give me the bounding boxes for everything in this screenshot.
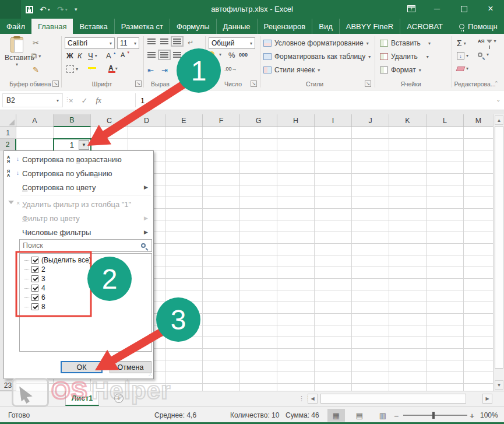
- align-center-button[interactable]: [160, 52, 168, 58]
- tab-abbyy[interactable]: ABBYY FineR: [339, 19, 400, 34]
- filter-search-input[interactable]: [20, 241, 141, 250]
- font-color-button[interactable]: А▾: [108, 64, 118, 72]
- tab-helper[interactable]: Помощн: [453, 19, 504, 34]
- align-left-button[interactable]: [147, 52, 156, 58]
- conditional-formatting-button[interactable]: Условное форматирование▾: [263, 39, 369, 47]
- zoom-in-button[interactable]: +: [470, 411, 474, 421]
- comma-style-button[interactable]: 000: [239, 52, 248, 58]
- menu-sort-descending[interactable]: ЯА↓ Сортировка по убыванию: [5, 166, 153, 180]
- scroll-right-icon[interactable]: ▶: [482, 394, 492, 404]
- number-dialog-launcher[interactable]: ↘: [251, 80, 257, 87]
- filter-value-row[interactable]: (Выделить все): [20, 255, 151, 265]
- autosum-button[interactable]: Σ▾: [457, 38, 466, 48]
- filter-value-row[interactable]: 4: [20, 283, 151, 293]
- menu-number-filters[interactable]: Числовые фильтры ▶: [5, 225, 153, 239]
- paste-button[interactable]: Вставить ▾: [5, 36, 29, 78]
- insert-cells-button[interactable]: Вставить▾: [380, 39, 431, 47]
- format-cells-button[interactable]: Формат▾: [380, 66, 421, 74]
- page-break-view-button[interactable]: ▥: [374, 409, 392, 422]
- insert-function-button[interactable]: fx: [96, 96, 101, 105]
- column-header[interactable]: M: [464, 114, 493, 127]
- column-header[interactable]: L: [427, 114, 464, 127]
- decrease-indent-button[interactable]: ⇤: [147, 66, 154, 75]
- ribbon-display-options-button[interactable]: [400, 0, 423, 17]
- cancel-entry-icon[interactable]: ×: [69, 96, 73, 105]
- row-header-1[interactable]: 1: [0, 127, 16, 139]
- autofilter-dropdown-button[interactable]: ▼: [79, 140, 89, 150]
- maximize-button[interactable]: [452, 0, 475, 17]
- shrink-font-button[interactable]: А▼: [121, 51, 130, 58]
- column-header[interactable]: J: [352, 114, 389, 127]
- vertical-scrollbar[interactable]: ▲ ▼: [493, 114, 504, 391]
- checkbox-checked-icon[interactable]: [31, 294, 38, 301]
- collapse-ribbon-button[interactable]: ⌃: [494, 80, 499, 86]
- scroll-left-icon[interactable]: ◀: [308, 394, 318, 404]
- sort-filter-button[interactable]: АЯ▾: [478, 38, 496, 44]
- menu-clear-filter[interactable]: Удалить фильтр из столбца "1": [5, 197, 153, 211]
- italic-button[interactable]: К: [77, 51, 82, 60]
- select-all-corner[interactable]: [0, 114, 16, 127]
- copy-button[interactable]: ⧉▾: [31, 51, 41, 61]
- row-header-2[interactable]: 2: [0, 139, 16, 150]
- align-top-button[interactable]: [147, 38, 156, 44]
- column-header[interactable]: E: [165, 114, 203, 127]
- tab-acrobat[interactable]: ACROBAT: [400, 19, 449, 34]
- decrease-decimal-button[interactable]: .00→: [224, 66, 237, 72]
- font-size-combo[interactable]: 11▾: [117, 37, 139, 49]
- wrap-text-button[interactable]: ↵: [188, 38, 193, 47]
- scroll-up-icon[interactable]: ▲: [495, 115, 503, 125]
- minimize-button[interactable]: ─: [425, 0, 449, 17]
- tab-view[interactable]: Вид: [312, 19, 339, 34]
- vertical-scroll-thumb[interactable]: [495, 126, 503, 369]
- checkbox-checked-icon[interactable]: [31, 275, 38, 282]
- filter-value-row[interactable]: 2: [20, 265, 151, 274]
- cell-styles-button[interactable]: Стили ячеек▾: [263, 66, 320, 74]
- formula-bar-input[interactable]: 1: [135, 93, 485, 107]
- cancel-button[interactable]: Отмена: [110, 361, 151, 373]
- column-header[interactable]: K: [389, 114, 427, 127]
- tab-page-layout[interactable]: Разметка ст: [114, 19, 170, 34]
- styles-dialog-launcher[interactable]: ↘: [365, 80, 371, 87]
- zoom-level[interactable]: 100%: [480, 411, 498, 419]
- number-format-combo[interactable]: Общий▾: [209, 37, 255, 49]
- column-header[interactable]: B: [54, 114, 91, 127]
- filter-value-row[interactable]: 6: [20, 293, 151, 302]
- menu-filter-by-color[interactable]: Фильтр по цвету ▶: [5, 211, 153, 225]
- bold-button[interactable]: Ж: [66, 51, 73, 60]
- clear-button[interactable]: ▾: [457, 66, 468, 71]
- checkbox-checked-icon[interactable]: [31, 303, 38, 310]
- zoom-slider[interactable]: [403, 415, 467, 416]
- increase-indent-button[interactable]: ⇥: [161, 66, 168, 75]
- column-header[interactable]: H: [277, 114, 315, 127]
- zoom-slider-thumb[interactable]: [432, 412, 435, 419]
- align-right-button[interactable]: [173, 52, 181, 58]
- checkbox-checked-icon[interactable]: [31, 257, 38, 264]
- underline-button[interactable]: Ч▾: [88, 51, 97, 60]
- tab-home[interactable]: Главная: [31, 19, 73, 34]
- percent-style-button[interactable]: %: [228, 51, 235, 59]
- grow-font-button[interactable]: А▲: [106, 51, 117, 60]
- borders-button[interactable]: ▾: [66, 65, 78, 73]
- menu-sort-ascending[interactable]: АЯ↓ Сортировка по возрастанию: [5, 152, 153, 166]
- filter-value-row[interactable]: 8: [20, 302, 151, 311]
- tab-file[interactable]: Файл: [0, 19, 31, 34]
- close-button[interactable]: ×: [479, 0, 502, 17]
- fill-button[interactable]: ↓▾: [457, 52, 468, 59]
- column-header[interactable]: A: [16, 114, 54, 127]
- page-layout-view-button[interactable]: ▤: [351, 409, 368, 422]
- tab-review[interactable]: Рецензиров: [257, 19, 312, 34]
- scroll-down-icon[interactable]: ▼: [495, 380, 503, 390]
- column-header[interactable]: I: [315, 114, 352, 127]
- checkbox-checked-icon[interactable]: [31, 266, 38, 273]
- column-header[interactable]: G: [240, 114, 277, 127]
- column-header[interactable]: F: [203, 114, 240, 127]
- fill-color-button[interactable]: ▾: [87, 65, 91, 71]
- normal-view-button[interactable]: ▦: [327, 409, 345, 422]
- align-bottom-button[interactable]: [173, 38, 181, 44]
- menu-sort-by-color[interactable]: Сортировка по цвету ▶: [5, 180, 153, 194]
- confirm-entry-icon[interactable]: ✓: [82, 96, 88, 105]
- checkbox-checked-icon[interactable]: [31, 285, 38, 292]
- column-header[interactable]: C: [91, 114, 128, 127]
- font-name-combo[interactable]: Calibri▾: [65, 37, 115, 49]
- tab-formulas[interactable]: Формулы: [170, 19, 216, 34]
